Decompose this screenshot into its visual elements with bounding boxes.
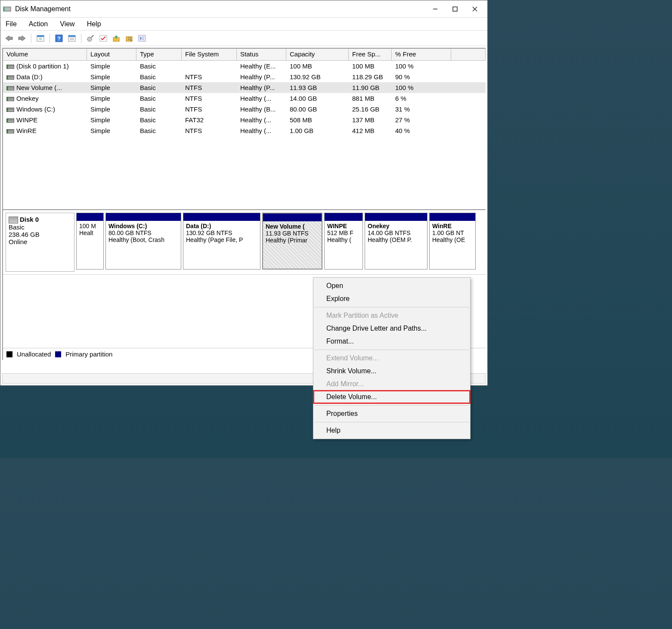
properties-icon[interactable]: [67, 33, 77, 43]
disk-state: Online: [9, 238, 27, 245]
menu-item[interactable]: Properties: [313, 407, 470, 420]
col-layout[interactable]: Layout: [87, 49, 136, 61]
menu-separator: [314, 405, 469, 406]
svg-rect-3: [453, 7, 457, 11]
svg-rect-1: [3, 7, 5, 11]
partition[interactable]: Onekey14.00 GB NTFSHealthy (OEM P.: [365, 213, 427, 270]
volume-row[interactable]: Data (D:)SimpleBasicNTFSHealthy (P...130…: [3, 71, 486, 82]
partition-stripe: [106, 213, 181, 221]
volume-row[interactable]: Windows (C:)SimpleBasicNTFSHealthy (B...…: [3, 104, 486, 115]
partition-stripe: [183, 213, 260, 221]
menu-help[interactable]: Help: [86, 19, 102, 29]
menu-item: Add Mirror...: [313, 378, 470, 390]
svg-rect-9: [37, 35, 44, 37]
volume-icon: [6, 75, 14, 80]
col-cap[interactable]: Capacity: [286, 49, 349, 61]
partition[interactable]: WinRE1.00 GB NTHealthy (OE: [429, 213, 476, 270]
partition-stripe: [263, 214, 322, 221]
menu-item[interactable]: Change Drive Letter and Paths...: [313, 322, 470, 335]
maximize-button[interactable]: [445, 3, 465, 15]
menu-item[interactable]: Help: [313, 424, 470, 437]
volume-icon: [6, 118, 14, 123]
partition-track: 100 MHealtWindows (C:)80.00 GB NTFSHealt…: [76, 213, 483, 272]
volume-list-body: (Disk 0 partition 1)SimpleBasicHealthy (…: [3, 61, 486, 136]
menu-item[interactable]: Format...: [313, 335, 470, 348]
volume-icon: [6, 65, 14, 69]
minimize-button[interactable]: [425, 3, 445, 15]
disk-name: Disk 0: [20, 216, 39, 223]
menubar: File Action View Help: [0, 18, 487, 31]
volume-icon: [6, 86, 14, 90]
partition[interactable]: Windows (C:)80.00 GB NTFSHealthy (Boot, …: [105, 213, 181, 270]
app-icon: [3, 6, 12, 12]
window-title: Disk Management: [15, 5, 425, 13]
titlebar: Disk Management: [0, 0, 487, 18]
show-hide-tree-icon[interactable]: [35, 33, 46, 43]
volume-list-header: Volume Layout Type File System Status Ca…: [3, 49, 486, 61]
back-button[interactable]: [4, 33, 14, 43]
legend-label-unallocated: Unallocated: [17, 350, 51, 358]
menu-item[interactable]: Explore: [313, 292, 470, 305]
volume-list[interactable]: Volume Layout Type File System Status Ca…: [2, 48, 486, 209]
check-icon[interactable]: [98, 33, 108, 43]
toolbar-sep: [31, 34, 31, 43]
svg-rect-15: [68, 35, 75, 37]
svg-marker-6: [6, 36, 12, 41]
menu-item: Extend Volume...: [313, 352, 470, 365]
volume-row[interactable]: New Volume (...SimpleBasicNTFSHealthy (P…: [3, 82, 486, 93]
help-icon[interactable]: ?: [54, 33, 64, 43]
forward-button[interactable]: [17, 33, 27, 43]
partition[interactable]: New Volume (11.93 GB NTFSHealthy (Primar: [262, 213, 322, 270]
menu-view[interactable]: View: [59, 19, 75, 29]
legend-swatch-primary: [55, 351, 61, 357]
search-folder-icon[interactable]: [124, 33, 134, 43]
menu-separator: [314, 307, 469, 307]
volume-row[interactable]: OnekeySimpleBasicNTFSHealthy (...14.00 G…: [3, 93, 486, 104]
disk-label[interactable]: Disk 0 Basic 238.46 GB Online: [6, 213, 74, 272]
svg-marker-7: [19, 36, 25, 41]
volume-row[interactable]: WINPESimpleBasicFAT32Healthy (...508 MB1…: [3, 115, 486, 125]
partition-stripe: [77, 213, 103, 221]
col-status[interactable]: Status: [237, 49, 286, 61]
context-menu: OpenExploreMark Partition as ActiveChang…: [313, 277, 471, 439]
col-fs[interactable]: File System: [182, 49, 237, 61]
menu-action[interactable]: Action: [28, 19, 49, 29]
partition[interactable]: WINPE512 MB FHealthy (: [324, 213, 363, 270]
menu-separator: [314, 422, 469, 422]
svg-line-19: [91, 35, 93, 37]
volume-icon: [6, 97, 14, 101]
list-icon[interactable]: [137, 33, 147, 43]
toolbar-sep: [50, 34, 50, 43]
partition-stripe: [325, 213, 362, 221]
menu-separator: [314, 350, 469, 350]
menu-item[interactable]: Shrink Volume...: [313, 365, 470, 378]
partition[interactable]: Data (D:)130.92 GB NTFSHealthy (Page Fil…: [183, 213, 260, 270]
col-volume[interactable]: Volume: [3, 49, 87, 61]
disk-size: 238.46 GB: [9, 231, 40, 238]
refresh-icon[interactable]: [85, 33, 96, 43]
disk-management-window: Disk Management File Action View Help ? …: [0, 0, 488, 386]
toolbar-sep: [81, 34, 81, 43]
volume-row[interactable]: WinRESimpleBasicNTFSHealthy (...1.00 GB4…: [3, 125, 486, 136]
disk-type: Basic: [9, 223, 25, 231]
disk-row: Disk 0 Basic 238.46 GB Online 100 MHealt…: [3, 210, 486, 275]
svg-text:?: ?: [57, 35, 61, 42]
col-type[interactable]: Type: [136, 49, 182, 61]
menu-item: Mark Partition as Active: [313, 309, 470, 322]
col-spacer: [451, 49, 486, 61]
toolbar: ?: [0, 31, 487, 46]
menu-file[interactable]: File: [5, 19, 18, 29]
disk-icon: [9, 217, 18, 223]
col-pct[interactable]: % Free: [392, 49, 451, 61]
partition-stripe: [365, 213, 427, 221]
volume-row[interactable]: (Disk 0 partition 1)SimpleBasicHealthy (…: [3, 61, 486, 71]
volume-icon: [6, 108, 14, 112]
col-free[interactable]: Free Sp...: [349, 49, 392, 61]
close-button[interactable]: [465, 3, 485, 15]
partition[interactable]: 100 MHealt: [76, 213, 104, 270]
legend-label-primary: Primary partition: [65, 350, 112, 358]
menu-item[interactable]: Delete Volume...: [313, 390, 470, 403]
upload-icon[interactable]: [111, 33, 121, 43]
legend-swatch-unallocated: [6, 351, 12, 357]
menu-item[interactable]: Open: [313, 279, 470, 292]
